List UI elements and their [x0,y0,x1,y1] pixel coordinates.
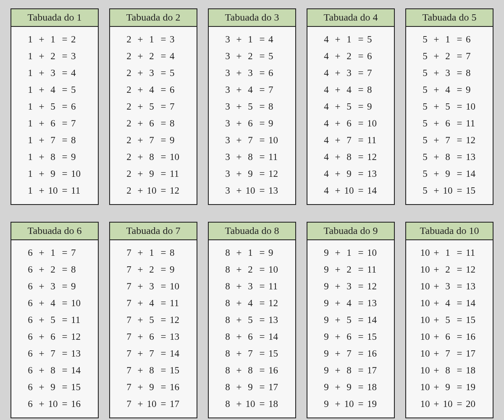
result: 7 [69,115,86,132]
equals-sign: = [257,48,267,65]
equation-row: 4+2=6 [307,48,394,65]
addend-a: 2 [122,31,136,48]
addend-b: 9 [144,379,159,396]
result: 12 [464,132,481,149]
plus-sign: + [235,261,243,278]
addend-b: 5 [144,312,159,328]
result: 9 [365,98,382,115]
equation-row: 3+5=8 [209,98,295,115]
equation-row: 4+8=12 [307,149,394,165]
equals-sign: = [257,115,267,132]
addend-a: 6 [23,295,37,312]
addend-a: 8 [220,328,235,345]
addend-b: 9 [441,165,455,182]
addend-b: 8 [144,149,159,165]
plus-sign: + [432,48,441,65]
plus-sign: + [136,328,144,345]
equals-sign: = [356,115,365,132]
equation-row: 9+5=14 [307,312,394,328]
plus-sign: + [432,132,441,149]
addend-b: 6 [46,115,60,132]
plus-sign: + [235,98,243,115]
addend-a: 5 [418,165,432,182]
equals-sign: = [60,81,69,98]
addend-a: 1 [23,182,37,199]
equals-sign: = [356,328,365,345]
equation-row: 7+8=15 [110,362,197,379]
addend-a: 2 [122,48,136,65]
result: 10 [267,132,284,149]
equation-row: 4+1=5 [307,31,394,48]
equals-sign: = [60,396,69,412]
equation-row: 7+3=10 [110,278,197,295]
result: 17 [267,379,284,396]
addend-a: 5 [418,48,432,65]
addend-a: 3 [220,182,235,199]
addend-b: 6 [144,115,159,132]
result: 11 [365,261,382,278]
equation-row: 6+3=9 [11,278,98,295]
equals-sign: = [60,65,69,81]
plus-sign: + [37,396,46,412]
equation-row: 6+5=11 [11,312,98,328]
equation-row: 1+4=5 [11,81,98,98]
equation-row: 1+5=6 [11,98,98,115]
result: 12 [267,165,284,182]
equals-sign: = [455,261,464,278]
addend-b: 7 [144,345,159,362]
addend-a: 10 [418,312,432,328]
addend-a: 5 [418,149,432,165]
equals-sign: = [257,312,267,328]
result: 7 [365,65,382,81]
equals-sign: = [159,65,168,81]
addend-a: 5 [418,98,432,115]
equals-sign: = [356,65,365,81]
result: 17 [365,362,382,379]
result: 16 [69,396,86,412]
addend-a: 4 [319,48,333,65]
equation-row: 7+4=11 [110,295,197,312]
equation-row: 6+4=10 [11,295,98,312]
result: 10 [267,261,284,278]
equation-row: 4+10=14 [307,182,394,199]
equation-row: 6+2=8 [11,261,98,278]
equation-row: 10+9=19 [406,379,493,396]
plus-sign: + [333,362,342,379]
addend-b: 10 [243,182,257,199]
plus-sign: + [432,345,441,362]
equation-row: 1+3=4 [11,65,98,81]
addend-b: 10 [441,182,455,199]
equals-sign: = [356,98,365,115]
addend-a: 6 [23,328,37,345]
equation-row: 4+3=7 [307,65,394,81]
equals-sign: = [60,98,69,115]
addend-b: 9 [243,379,257,396]
addend-b: 2 [46,48,60,65]
equals-sign: = [257,261,267,278]
addend-a: 10 [418,396,432,412]
plus-sign: + [235,295,243,312]
addend-a: 4 [319,115,333,132]
equals-sign: = [60,149,69,165]
addend-b: 6 [342,115,356,132]
addend-a: 10 [418,379,432,396]
plus-sign: + [432,278,441,295]
equation-row: 4+4=8 [307,81,394,98]
result: 11 [267,278,284,295]
addend-a: 9 [319,278,333,295]
equation-row: 8+3=11 [209,278,295,295]
addend-a: 6 [23,244,37,261]
equation-row: 7+5=12 [110,312,197,328]
addend-a: 3 [220,115,235,132]
addend-b: 5 [243,312,257,328]
equals-sign: = [356,165,365,182]
addend-a: 5 [418,132,432,149]
result: 11 [267,149,284,165]
plus-sign: + [37,345,46,362]
result: 6 [267,65,284,81]
addend-b: 3 [144,278,159,295]
plus-sign: + [333,48,342,65]
addend-a: 4 [319,81,333,98]
addend-a: 2 [122,81,136,98]
equation-row: 2+5=7 [110,98,197,115]
